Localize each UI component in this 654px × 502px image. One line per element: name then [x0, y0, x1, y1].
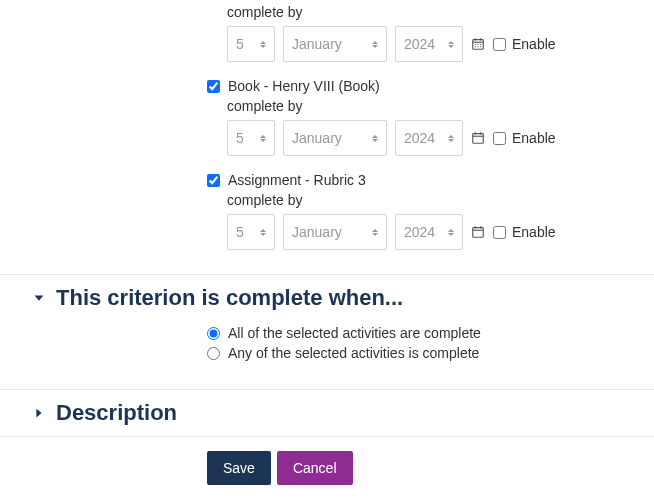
enable-label: Enable [512, 130, 556, 146]
year-value: 2024 [404, 36, 435, 52]
year-select[interactable]: 2024 [395, 26, 463, 62]
sort-icon [372, 135, 378, 142]
activity-checkbox[interactable] [207, 80, 220, 93]
criterion-any-label: Any of the selected activities is comple… [228, 345, 479, 361]
day-value: 5 [236, 36, 244, 52]
chevron-down-icon [32, 291, 46, 305]
criterion-any-radio[interactable] [207, 347, 220, 360]
day-value: 5 [236, 130, 244, 146]
cancel-button[interactable]: Cancel [277, 451, 353, 485]
enable-checkbox[interactable] [493, 38, 506, 51]
button-row: Save Cancel [207, 451, 654, 485]
enable-checkbox[interactable] [493, 226, 506, 239]
year-select[interactable]: 2024 [395, 120, 463, 156]
sort-icon [260, 135, 266, 142]
chevron-right-icon [32, 406, 46, 420]
year-value: 2024 [404, 130, 435, 146]
month-select[interactable]: January [283, 214, 387, 250]
month-value: January [292, 36, 342, 52]
sort-icon [372, 229, 378, 236]
month-select[interactable]: January [283, 26, 387, 62]
calendar-icon[interactable] [471, 37, 485, 51]
save-button[interactable]: Save [207, 451, 271, 485]
section-title: Description [56, 400, 177, 426]
section-description[interactable]: Description [0, 389, 654, 437]
year-value: 2024 [404, 224, 435, 240]
criterion-options: All of the selected activities are compl… [207, 321, 654, 381]
activity-checkbox[interactable] [207, 174, 220, 187]
complete-by-label: complete by [227, 4, 654, 20]
section-criterion-complete[interactable]: This criterion is complete when... [0, 274, 654, 321]
activity-item: Book - Henry VIII (Book) complete by 5 J… [207, 78, 654, 172]
criterion-all-radio[interactable] [207, 327, 220, 340]
day-select[interactable]: 5 [227, 26, 275, 62]
activity-item: Assignment - Rubric 3 complete by 5 Janu… [207, 172, 654, 266]
activity-item: Turnitin Assignments - Turnitin assignme… [207, 0, 654, 78]
svg-rect-14 [473, 228, 484, 238]
activity-label: Book - Henry VIII (Book) [228, 78, 380, 94]
complete-by-label: complete by [227, 98, 654, 114]
section-title: This criterion is complete when... [56, 285, 403, 311]
month-value: January [292, 224, 342, 240]
sort-icon [448, 135, 454, 142]
activity-label: Assignment - Rubric 3 [228, 172, 366, 188]
sort-icon [448, 41, 454, 48]
enable-label: Enable [512, 224, 556, 240]
criterion-all-label: All of the selected activities are compl… [228, 325, 481, 341]
sort-icon [448, 229, 454, 236]
day-value: 5 [236, 224, 244, 240]
day-select[interactable]: 5 [227, 120, 275, 156]
calendar-icon[interactable] [471, 131, 485, 145]
sort-icon [372, 41, 378, 48]
month-select[interactable]: January [283, 120, 387, 156]
complete-by-label: complete by [227, 192, 654, 208]
svg-rect-10 [473, 134, 484, 144]
calendar-icon[interactable] [471, 225, 485, 239]
month-value: January [292, 130, 342, 146]
day-select[interactable]: 5 [227, 214, 275, 250]
enable-checkbox[interactable] [493, 132, 506, 145]
enable-label: Enable [512, 36, 556, 52]
year-select[interactable]: 2024 [395, 214, 463, 250]
sort-icon [260, 229, 266, 236]
sort-icon [260, 41, 266, 48]
